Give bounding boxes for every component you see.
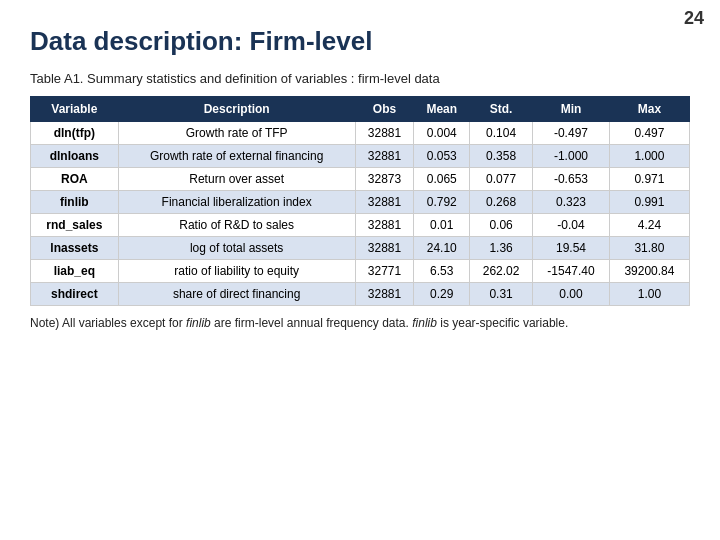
table-cell-variable: lnassets bbox=[31, 237, 119, 260]
table-cell-mean: 0.065 bbox=[414, 168, 470, 191]
table-cell-obs: 32881 bbox=[355, 237, 414, 260]
table-cell-mean: 24.10 bbox=[414, 237, 470, 260]
table-row: dln(tfp)Growth rate of TFP328810.0040.10… bbox=[31, 122, 690, 145]
table-cell-mean: 6.53 bbox=[414, 260, 470, 283]
table-cell-obs: 32873 bbox=[355, 168, 414, 191]
table-cell-obs: 32771 bbox=[355, 260, 414, 283]
table-cell-min: 0.00 bbox=[533, 283, 610, 306]
note-italic-2: finlib bbox=[412, 316, 437, 330]
table-cell-min: -1547.40 bbox=[533, 260, 610, 283]
table-cell-max: 0.971 bbox=[609, 168, 689, 191]
table-cell-mean: 0.053 bbox=[414, 145, 470, 168]
table-cell-obs: 32881 bbox=[355, 145, 414, 168]
table-cell-max: 1.000 bbox=[609, 145, 689, 168]
table-row: ROAReturn over asset328730.0650.077-0.65… bbox=[31, 168, 690, 191]
table-cell-variable: ROA bbox=[31, 168, 119, 191]
table-cell-max: 1.00 bbox=[609, 283, 689, 306]
table-cell-std: 0.358 bbox=[469, 145, 532, 168]
page-title: Data description: Firm-level bbox=[30, 26, 690, 57]
table-cell-obs: 32881 bbox=[355, 283, 414, 306]
table-header: Description bbox=[118, 97, 355, 122]
table-cell-min: -0.04 bbox=[533, 214, 610, 237]
table-row: finlibFinancial liberalization index3288… bbox=[31, 191, 690, 214]
table-cell-std: 1.36 bbox=[469, 237, 532, 260]
table-cell-std: 0.268 bbox=[469, 191, 532, 214]
table-cell-mean: 0.01 bbox=[414, 214, 470, 237]
slide: 24 Data description: Firm-level Table A1… bbox=[0, 0, 720, 540]
table-cell-variable: finlib bbox=[31, 191, 119, 214]
table-cell-max: 0.497 bbox=[609, 122, 689, 145]
table-cell-mean: 0.792 bbox=[414, 191, 470, 214]
table-row: shdirectshare of direct financing328810.… bbox=[31, 283, 690, 306]
table-header: Obs bbox=[355, 97, 414, 122]
table-cell-description: share of direct financing bbox=[118, 283, 355, 306]
table-cell-mean: 0.29 bbox=[414, 283, 470, 306]
table-cell-variable: shdirect bbox=[31, 283, 119, 306]
table-cell-obs: 32881 bbox=[355, 214, 414, 237]
table-cell-std: 0.31 bbox=[469, 283, 532, 306]
table-header: Min bbox=[533, 97, 610, 122]
table-cell-mean: 0.004 bbox=[414, 122, 470, 145]
slide-number: 24 bbox=[684, 8, 704, 29]
table-cell-max: 31.80 bbox=[609, 237, 689, 260]
table-row: liab_eqratio of liability to equity32771… bbox=[31, 260, 690, 283]
table-cell-std: 262.02 bbox=[469, 260, 532, 283]
table-header: Std. bbox=[469, 97, 532, 122]
table-cell-description: Ratio of R&D to sales bbox=[118, 214, 355, 237]
table-cell-std: 0.077 bbox=[469, 168, 532, 191]
table-cell-min: -0.653 bbox=[533, 168, 610, 191]
table-cell-min: 19.54 bbox=[533, 237, 610, 260]
table-header: Max bbox=[609, 97, 689, 122]
table-row: lnassetslog of total assets3288124.101.3… bbox=[31, 237, 690, 260]
table-cell-description: Growth rate of TFP bbox=[118, 122, 355, 145]
table-cell-description: Growth rate of external financing bbox=[118, 145, 355, 168]
table-cell-variable: dln(tfp) bbox=[31, 122, 119, 145]
table-cell-description: Return over asset bbox=[118, 168, 355, 191]
table-row: dlnloansGrowth rate of external financin… bbox=[31, 145, 690, 168]
table-cell-min: 0.323 bbox=[533, 191, 610, 214]
summary-table: VariableDescriptionObsMeanStd.MinMax dln… bbox=[30, 96, 690, 306]
note: Note) All variables except for finlib ar… bbox=[30, 316, 690, 330]
table-cell-max: 4.24 bbox=[609, 214, 689, 237]
note-italic-1: finlib bbox=[186, 316, 211, 330]
table-cell-min: -0.497 bbox=[533, 122, 610, 145]
table-row: rnd_salesRatio of R&D to sales328810.010… bbox=[31, 214, 690, 237]
table-cell-variable: rnd_sales bbox=[31, 214, 119, 237]
table-cell-variable: dlnloans bbox=[31, 145, 119, 168]
table-cell-description: log of total assets bbox=[118, 237, 355, 260]
table-cell-obs: 32881 bbox=[355, 191, 414, 214]
table-cell-std: 0.06 bbox=[469, 214, 532, 237]
table-cell-max: 0.991 bbox=[609, 191, 689, 214]
table-subtitle: Table A1. Summary statistics and definit… bbox=[30, 71, 690, 86]
table-cell-variable: liab_eq bbox=[31, 260, 119, 283]
table-cell-std: 0.104 bbox=[469, 122, 532, 145]
table-cell-description: Financial liberalization index bbox=[118, 191, 355, 214]
table-cell-max: 39200.84 bbox=[609, 260, 689, 283]
table-cell-description: ratio of liability to equity bbox=[118, 260, 355, 283]
table-cell-min: -1.000 bbox=[533, 145, 610, 168]
table-cell-obs: 32881 bbox=[355, 122, 414, 145]
table-header: Mean bbox=[414, 97, 470, 122]
table-header: Variable bbox=[31, 97, 119, 122]
